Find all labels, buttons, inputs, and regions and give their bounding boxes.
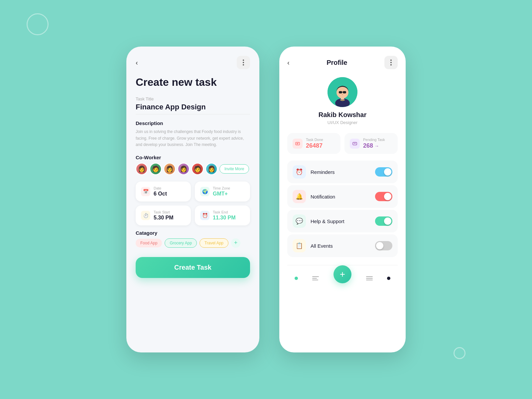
timezone-card[interactable]: 🌍 Time Zone GMT+ <box>195 182 250 201</box>
create-task-button[interactable]: Create Task <box>136 257 250 278</box>
task-end-value: 11.30 PM <box>213 215 235 221</box>
back-button[interactable]: ‹ <box>136 59 138 66</box>
date-time-grid: 📅 Date 6 Oct 🌍 Time Zone GMT+ ⏱️ Task St… <box>136 182 250 225</box>
coworker-avatar-5: 🧑 <box>192 163 203 175</box>
invite-more-button[interactable]: Invite More <box>219 164 249 174</box>
notification-toggle-knob <box>384 193 391 200</box>
description-label: Description <box>136 120 250 126</box>
timezone-icon: 🌍 <box>200 187 209 196</box>
task-end-card[interactable]: ⏰ Task End 11.30 PM <box>195 205 250 225</box>
task-done-icon <box>293 139 303 149</box>
more-dots-icon <box>243 60 244 66</box>
tag-travel[interactable]: Travel App <box>200 238 228 248</box>
add-tag-button[interactable]: + <box>231 238 240 248</box>
tag-grocery[interactable]: Grocery App <box>165 238 197 248</box>
date-label: Date <box>154 186 167 190</box>
notification-label: Notification <box>311 194 335 200</box>
avatar-svg <box>328 77 357 107</box>
description-section: Description Join us in solving the chall… <box>136 120 250 148</box>
all-events-icon: 📋 <box>293 239 306 252</box>
reminders-icon: ⏰ <box>293 165 306 179</box>
task-end-label: Task End <box>213 210 235 214</box>
notification-icon: 🔔 <box>293 190 306 203</box>
reminders-toggle[interactable] <box>375 167 392 177</box>
phone1-body: ‹ Create new task Task Title Finance App… <box>126 47 259 352</box>
svg-point-7 <box>342 94 343 95</box>
coworker-avatar-3: 👩 <box>164 163 176 175</box>
pending-label: Pending Task <box>363 138 385 142</box>
task-start-card[interactable]: ⏱️ Task Start 5.30 PM <box>136 205 191 225</box>
stats-row: Task Done 26487 Pending Task 268 → <box>287 133 398 154</box>
all-events-toggle[interactable] <box>375 241 392 250</box>
date-icon: 📅 <box>141 187 150 196</box>
category-label: Catagory <box>136 230 250 236</box>
profile-back-button[interactable]: ‹ <box>287 59 290 66</box>
all-events-label: All Events <box>311 243 333 249</box>
task-start-label: Task Start <box>154 210 174 214</box>
date-card[interactable]: 📅 Date 6 Oct <box>136 182 191 201</box>
task-title-field: Task Title Finance App Design <box>136 96 250 114</box>
notification-left: 🔔 Notification <box>293 190 335 203</box>
notification-toggle[interactable] <box>375 192 392 201</box>
task-title-label: Task Title <box>136 96 250 101</box>
reminders-toggle-knob <box>384 168 391 176</box>
tag-food[interactable]: Food App <box>136 239 162 247</box>
date-info: Date 6 Oct <box>154 186 167 197</box>
category-section: Catagory Food App Grocery App Travel App… <box>136 230 250 248</box>
task-start-value: 5.30 PM <box>154 215 174 221</box>
task-done-value: 26487 <box>306 142 323 149</box>
help-support-toggle[interactable] <box>375 216 392 226</box>
task-end-icon: ⏰ <box>200 211 209 220</box>
all-events-row: 📋 All Events <box>287 234 398 257</box>
profile-title: Profile <box>327 59 347 66</box>
settings-list: ⏰ Reminders 🔔 Notification 💬 Help & Supp… <box>287 161 398 257</box>
avatar-section: Rakib Kowshar UI/UX Designer <box>287 77 398 125</box>
pending-icon <box>350 139 360 149</box>
svg-rect-11 <box>353 142 357 145</box>
nav-list-icon[interactable] <box>366 276 373 280</box>
nav-profile-dot[interactable] <box>387 277 390 280</box>
reminders-label: Reminders <box>311 169 335 175</box>
more-options-button[interactable] <box>237 56 250 69</box>
reminders-left: ⏰ Reminders <box>293 165 335 179</box>
coworker-avatars: 👩 🧑 👩 👩 🧑 👩 Invite More <box>136 163 250 175</box>
profile-more-button[interactable] <box>384 56 398 69</box>
profile-name: Rakib Kowshar <box>319 111 366 119</box>
all-events-toggle-knob <box>376 242 383 249</box>
task-start-icon: ⏱️ <box>141 211 150 220</box>
timezone-label: Time Zone <box>213 186 230 190</box>
notification-row: 🔔 Notification <box>287 185 398 208</box>
phone2-header: ‹ Profile <box>287 56 398 69</box>
help-support-left: 💬 Help & Support <box>293 214 344 228</box>
description-text: Join us in solving the challenges that F… <box>136 129 250 148</box>
phone-profile: ‹ Profile <box>279 47 406 352</box>
fab-add-button[interactable]: + <box>333 265 351 283</box>
task-done-info: Task Done 26487 <box>306 138 323 149</box>
help-support-toggle-knob <box>384 217 391 225</box>
coworker-section: Co-Worker 👩 🧑 👩 👩 🧑 👩 <box>136 155 250 175</box>
timezone-value: GMT+ <box>213 191 230 197</box>
coworker-avatar-1: 👩 <box>136 163 148 175</box>
nav-menu-icon[interactable] <box>312 276 319 280</box>
pending-value: 268 → <box>363 142 385 149</box>
phone-create-task: ‹ Create new task Task Title Finance App… <box>126 47 259 352</box>
coworker-avatar-6: 👩 <box>205 163 217 175</box>
date-value: 6 Oct <box>154 191 167 197</box>
task-done-card[interactable]: Task Done 26487 <box>287 133 340 154</box>
profile-more-icon <box>390 60 392 66</box>
profile-role: UI/UX Designer <box>328 120 357 125</box>
task-title-value[interactable]: Finance App Design <box>136 103 250 114</box>
nav-home-dot[interactable] <box>295 277 298 280</box>
help-support-row: 💬 Help & Support <box>287 210 398 232</box>
help-support-label: Help & Support <box>311 218 344 224</box>
help-support-icon: 💬 <box>293 214 306 228</box>
reminders-row: ⏰ Reminders <box>287 161 398 183</box>
pending-arrow-icon: → <box>374 143 379 149</box>
svg-rect-8 <box>296 142 300 145</box>
timezone-info: Time Zone GMT+ <box>213 186 230 197</box>
pending-task-card[interactable]: Pending Task 268 → <box>344 133 398 154</box>
profile-avatar <box>328 77 357 107</box>
svg-rect-4 <box>339 91 342 93</box>
svg-rect-5 <box>343 91 346 93</box>
pending-info: Pending Task 268 → <box>363 138 385 149</box>
